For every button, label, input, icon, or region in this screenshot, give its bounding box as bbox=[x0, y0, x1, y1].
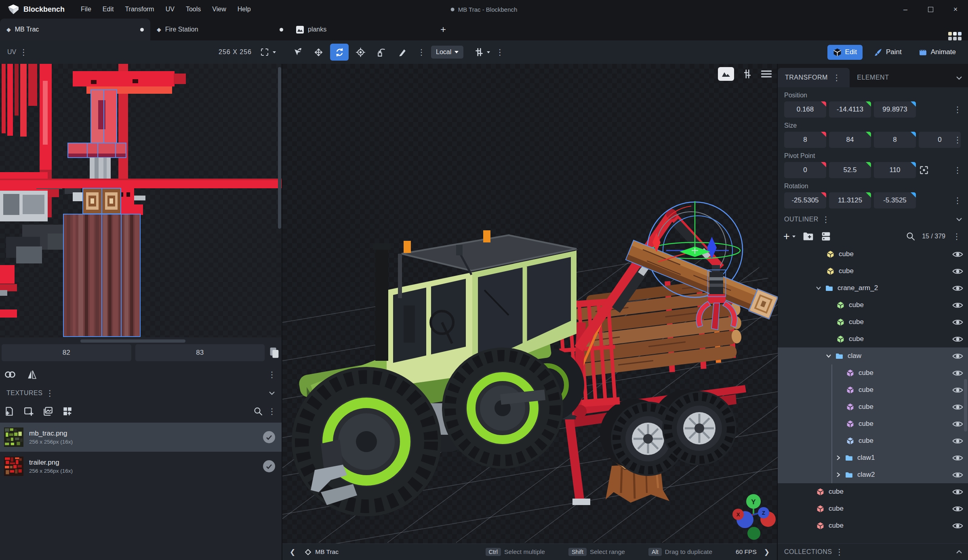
visibility-eye-icon[interactable] bbox=[952, 403, 963, 411]
visibility-eye-icon[interactable] bbox=[952, 352, 963, 360]
uv-menu-kebab-icon[interactable]: ⋮ bbox=[16, 48, 31, 56]
viewport-3d[interactable]: Y X Z ❮ MB Trac CtrlSelect multiple Shif… bbox=[282, 64, 778, 560]
visibility-eye-icon[interactable] bbox=[952, 318, 963, 326]
mode-animate-button[interactable]: Animate bbox=[913, 45, 962, 60]
mirror-uv-icon[interactable] bbox=[27, 369, 37, 380]
visibility-eye-icon[interactable] bbox=[952, 386, 963, 394]
texture-list-kebab-icon[interactable]: ⋮ bbox=[265, 407, 279, 415]
texture-stitch-icon[interactable] bbox=[62, 406, 73, 417]
visibility-eye-icon[interactable] bbox=[952, 522, 963, 530]
collections-kebab-icon[interactable]: ⋮ bbox=[832, 548, 847, 556]
tab-transform[interactable]: TRANSFORM ⋮ bbox=[778, 68, 850, 87]
status-next-icon[interactable]: ❯ bbox=[762, 548, 771, 556]
copy-uv-icon[interactable] bbox=[269, 347, 280, 359]
transform-kebab-icon[interactable]: ⋮ bbox=[829, 74, 844, 82]
outliner-row-cube[interactable]: cube bbox=[778, 297, 968, 314]
pivot-y-field[interactable]: 52.5 bbox=[829, 162, 871, 178]
visibility-eye-icon[interactable] bbox=[952, 335, 963, 343]
rotation-y-field[interactable]: 11.3125 bbox=[829, 192, 871, 208]
move-tool[interactable] bbox=[309, 44, 328, 61]
size-x-field[interactable]: 8 bbox=[784, 132, 826, 148]
tab-planks[interactable]: planks bbox=[290, 19, 372, 40]
rotation-z-field[interactable]: -5.3525 bbox=[874, 192, 916, 208]
menu-view[interactable]: View bbox=[206, 0, 231, 19]
position-z-field[interactable]: 99.8973 bbox=[874, 101, 916, 118]
uv-horizontal-scrollbar[interactable] bbox=[80, 339, 185, 343]
outliner-scrollbar[interactable] bbox=[964, 379, 967, 432]
rotation-x-field[interactable]: -25.5305 bbox=[784, 192, 826, 208]
outliner-row-cube[interactable]: cube bbox=[778, 398, 968, 415]
outliner-row-cube[interactable]: cube bbox=[778, 415, 968, 432]
chevron-down-icon[interactable] bbox=[825, 353, 832, 359]
close-button[interactable]: × bbox=[943, 0, 968, 19]
center-pivot-icon[interactable] bbox=[919, 165, 929, 175]
outliner-row-claw[interactable]: claw bbox=[778, 347, 968, 364]
outliner-row-cube[interactable]: cube bbox=[778, 483, 968, 500]
search-icon[interactable] bbox=[906, 232, 915, 241]
uv-y-field[interactable]: 83 bbox=[135, 344, 265, 361]
add-group-icon[interactable] bbox=[803, 232, 814, 241]
group-list-icon[interactable] bbox=[821, 232, 831, 241]
texture-visible-check-icon[interactable] bbox=[263, 460, 275, 472]
menu-uv[interactable]: UV bbox=[160, 0, 180, 19]
visibility-eye-icon[interactable] bbox=[952, 454, 963, 462]
pivot-z-field[interactable]: 110 bbox=[874, 162, 916, 178]
visibility-eye-icon[interactable] bbox=[952, 437, 963, 445]
link-uv-icon[interactable] bbox=[4, 369, 16, 380]
visibility-eye-icon[interactable] bbox=[952, 251, 963, 258]
outliner-row-cube[interactable]: cube bbox=[778, 364, 968, 381]
chevron-right-icon[interactable] bbox=[835, 472, 842, 478]
textures-collapse-icon[interactable] bbox=[269, 389, 275, 397]
rotation-kebab-icon[interactable]: ⋮ bbox=[950, 196, 965, 204]
viewport-canvas[interactable]: Y X Z bbox=[282, 64, 779, 543]
size-z-field[interactable]: 8 bbox=[874, 132, 916, 148]
panel-collapse-icon[interactable] bbox=[956, 74, 962, 82]
status-prev-icon[interactable]: ❮ bbox=[288, 548, 297, 556]
menu-edit[interactable]: Edit bbox=[97, 0, 120, 19]
texture-row-trailer[interactable]: trailer.png 256 x 256px (16x) bbox=[0, 452, 282, 481]
viewport-sliders-icon[interactable] bbox=[742, 68, 753, 80]
mode-edit-button[interactable]: Edit bbox=[827, 45, 863, 60]
chevron-down-icon[interactable] bbox=[815, 285, 822, 291]
textures-kebab-icon[interactable]: ⋮ bbox=[42, 389, 57, 397]
toolbar-kebab-icon[interactable]: ⋮ bbox=[414, 48, 429, 56]
toolbar-kebab-icon[interactable]: ⋮ bbox=[492, 48, 507, 56]
outliner-row-cube[interactable]: cube bbox=[778, 517, 968, 534]
unsaved-indicator[interactable] bbox=[140, 28, 144, 32]
position-kebab-icon[interactable]: ⋮ bbox=[950, 105, 965, 114]
outliner-row-cube[interactable]: cube bbox=[778, 246, 968, 263]
transform-space-select[interactable]: Local bbox=[431, 46, 463, 59]
visibility-eye-icon[interactable] bbox=[952, 301, 963, 309]
rotate-tool[interactable] bbox=[330, 44, 349, 61]
vertex-snap-tool[interactable] bbox=[372, 44, 391, 61]
uv-options-kebab-icon[interactable]: ⋮ bbox=[265, 371, 279, 379]
background-image-button[interactable] bbox=[718, 67, 734, 81]
pivot-kebab-icon[interactable]: ⋮ bbox=[950, 166, 965, 174]
minimize-button[interactable]: – bbox=[893, 0, 918, 19]
frame-view-icon[interactable] bbox=[260, 47, 269, 57]
frame-view-caret-icon[interactable] bbox=[273, 51, 276, 53]
tab-element[interactable]: ELEMENT bbox=[850, 68, 894, 87]
position-x-field[interactable]: 0.168 bbox=[784, 101, 826, 118]
import-texture-icon[interactable] bbox=[4, 406, 15, 417]
pivot-x-field[interactable]: 0 bbox=[784, 162, 826, 178]
menu-file[interactable]: File bbox=[75, 0, 97, 19]
uv-x-field[interactable]: 82 bbox=[2, 344, 131, 361]
size-kebab-icon[interactable]: ⋮ bbox=[950, 136, 965, 144]
chevron-right-icon[interactable] bbox=[835, 455, 842, 461]
viewport-menu-icon[interactable] bbox=[761, 69, 772, 79]
collections-header[interactable]: COLLECTIONS ⋮ bbox=[778, 543, 968, 560]
outliner-row-crane-arm-2[interactable]: crane_arm_2 bbox=[778, 280, 968, 297]
outliner-row-claw1[interactable]: claw1 bbox=[778, 449, 968, 466]
unsaved-indicator[interactable] bbox=[280, 28, 283, 32]
create-texture-icon[interactable] bbox=[23, 406, 34, 417]
mode-paint-button[interactable]: Paint bbox=[868, 45, 907, 60]
collections-expand-icon[interactable] bbox=[956, 548, 962, 556]
outliner-kebab-icon[interactable]: ⋮ bbox=[819, 215, 833, 223]
resize-tool[interactable] bbox=[288, 44, 307, 61]
pivot-tool[interactable] bbox=[351, 44, 370, 61]
tab-mb-trac[interactable]: ◆ MB Trac bbox=[0, 19, 150, 40]
visibility-eye-icon[interactable] bbox=[952, 369, 963, 377]
outliner-row-cube[interactable]: cube bbox=[778, 432, 968, 449]
outliner-list-kebab-icon[interactable]: ⋮ bbox=[949, 232, 964, 240]
